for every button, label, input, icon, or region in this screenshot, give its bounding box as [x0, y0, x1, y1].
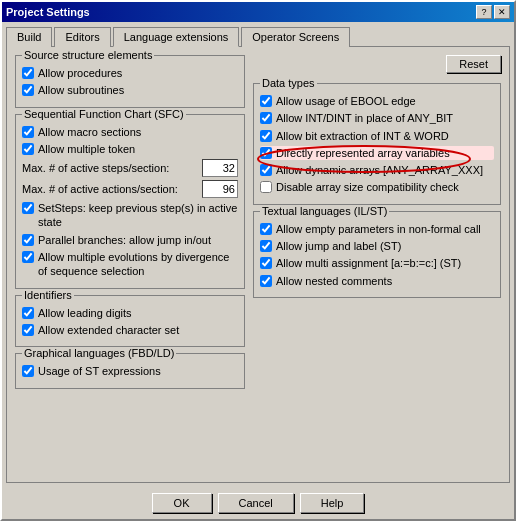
group-identifiers: Identifiers Allow leading digits Allow e…	[15, 295, 245, 348]
checkbox-multiple-evolutions-label: Allow multiple evolutions by divergence …	[38, 250, 238, 279]
field-max-actions-input[interactable]	[202, 180, 238, 198]
checkbox-multi-assignment-input[interactable]	[260, 257, 272, 269]
checkbox-nested-comments: Allow nested comments	[260, 274, 494, 288]
group-source-title: Source structure elements	[22, 49, 154, 61]
tab-editors[interactable]: Editors	[54, 27, 110, 47]
tab-language-extensions[interactable]: Language extensions	[113, 27, 240, 47]
checkbox-multiple-token-label: Allow multiple token	[38, 142, 135, 156]
checkbox-parallel-branches: Parallel branches: allow jump in/out	[22, 233, 238, 247]
tab-operator-screens[interactable]: Operator Screens	[241, 27, 350, 47]
checkbox-multiple-token-input[interactable]	[22, 143, 34, 155]
checkbox-multiple-evolutions: Allow multiple evolutions by divergence …	[22, 250, 238, 279]
checkbox-allow-procedures: Allow procedures	[22, 66, 238, 80]
checkbox-allow-subroutines-label: Allow subroutines	[38, 83, 124, 97]
content-area: Source structure elements Allow procedur…	[15, 55, 501, 474]
checkbox-ebool-edge-label: Allow usage of EBOOL edge	[276, 94, 416, 108]
checkbox-multiple-token: Allow multiple token	[22, 142, 238, 156]
field-max-actions-label: Max. # of active actions/section:	[22, 183, 198, 195]
checkbox-directly-represented-input[interactable]	[260, 147, 272, 159]
group-textual-title: Textual languages (IL/ST)	[260, 205, 389, 217]
field-max-steps: Max. # of active steps/section:	[22, 159, 238, 177]
checkbox-disable-array-size: Disable array size compatibility check	[260, 180, 494, 194]
bottom-button-bar: OK Cancel Help	[2, 487, 514, 519]
group-graphical-title: Graphical languages (FBD/LD)	[22, 347, 176, 359]
checkbox-dynamic-arrays-label: Allow dynamic arrays [ANY_ARRAY_XXX]	[276, 163, 483, 177]
checkbox-disable-array-size-input[interactable]	[260, 181, 272, 193]
checkbox-leading-digits-input[interactable]	[22, 307, 34, 319]
checkbox-setsteps-label: SetSteps: keep previous step(s) in activ…	[38, 201, 238, 230]
checkbox-disable-array-size-label: Disable array size compatibility check	[276, 180, 459, 194]
checkbox-directly-represented-label: Directly represented array variables	[276, 146, 450, 160]
checkbox-macro-sections-label: Allow macro sections	[38, 125, 141, 139]
checkbox-bit-extraction-input[interactable]	[260, 130, 272, 142]
checkbox-dynamic-arrays: Allow dynamic arrays [ANY_ARRAY_XXX]	[260, 163, 494, 177]
checkbox-dynamic-arrays-input[interactable]	[260, 164, 272, 176]
right-column: Reset Data types Allow usage of EBOOL ed…	[253, 55, 501, 474]
checkbox-bit-extraction: Allow bit extraction of INT & WORD	[260, 129, 494, 143]
checkbox-setsteps: SetSteps: keep previous step(s) in activ…	[22, 201, 238, 230]
group-data-types: Data types Allow usage of EBOOL edge All…	[253, 83, 501, 205]
checkbox-allow-procedures-label: Allow procedures	[38, 66, 122, 80]
checkbox-allow-subroutines: Allow subroutines	[22, 83, 238, 97]
group-graphical: Graphical languages (FBD/LD) Usage of ST…	[15, 353, 245, 388]
checkbox-leading-digits-label: Allow leading digits	[38, 306, 132, 320]
tab-build[interactable]: Build	[6, 27, 52, 47]
field-max-steps-label: Max. # of active steps/section:	[22, 162, 198, 174]
checkbox-multi-assignment: Allow multi assignment [a:=b:=c:] (ST)	[260, 256, 494, 270]
checkbox-parallel-branches-label: Parallel branches: allow jump in/out	[38, 233, 211, 247]
checkbox-nested-comments-label: Allow nested comments	[276, 274, 392, 288]
group-source-structure: Source structure elements Allow procedur…	[15, 55, 245, 108]
checkbox-st-expressions-input[interactable]	[22, 365, 34, 377]
checkbox-empty-params-label: Allow empty parameters in non-formal cal…	[276, 222, 481, 236]
title-bar-buttons: ? ✕	[476, 5, 510, 19]
checkbox-macro-sections-input[interactable]	[22, 126, 34, 138]
checkbox-nested-comments-input[interactable]	[260, 275, 272, 287]
group-sfc-title: Sequential Function Chart (SFC)	[22, 108, 186, 120]
checkbox-allow-subroutines-input[interactable]	[22, 84, 34, 96]
tab-bar: Build Editors Language extensions Operat…	[2, 22, 514, 46]
group-data-types-title: Data types	[260, 77, 317, 89]
checkbox-parallel-branches-input[interactable]	[22, 234, 34, 246]
checkbox-jump-label: Allow jump and label (ST)	[260, 239, 494, 253]
checkbox-bit-extraction-label: Allow bit extraction of INT & WORD	[276, 129, 449, 143]
checkbox-extended-charset-label: Allow extended character set	[38, 323, 179, 337]
checkbox-extended-charset: Allow extended character set	[22, 323, 238, 337]
right-col-top: Reset	[253, 55, 501, 77]
checkbox-empty-params: Allow empty parameters in non-formal cal…	[260, 222, 494, 236]
group-textual: Textual languages (IL/ST) Allow empty pa…	[253, 211, 501, 298]
help-title-btn[interactable]: ?	[476, 5, 492, 19]
checkbox-extended-charset-input[interactable]	[22, 324, 34, 336]
checkbox-st-expressions-label: Usage of ST expressions	[38, 364, 161, 378]
field-max-actions: Max. # of active actions/section:	[22, 180, 238, 198]
title-bar: Project Settings ? ✕	[2, 2, 514, 22]
checkbox-multi-assignment-label: Allow multi assignment [a:=b:=c:] (ST)	[276, 256, 461, 270]
ok-button[interactable]: OK	[152, 493, 212, 513]
project-settings-window: Project Settings ? ✕ Build Editors Langu…	[0, 0, 516, 521]
reset-button[interactable]: Reset	[446, 55, 501, 73]
group-sfc: Sequential Function Chart (SFC) Allow ma…	[15, 114, 245, 289]
checkbox-int-dint: Allow INT/DINT in place of ANY_BIT	[260, 111, 494, 125]
window-title: Project Settings	[6, 6, 90, 18]
close-title-btn[interactable]: ✕	[494, 5, 510, 19]
field-max-steps-input[interactable]	[202, 159, 238, 177]
tab-content-language-extensions: Source structure elements Allow procedur…	[6, 46, 510, 483]
checkbox-allow-procedures-input[interactable]	[22, 67, 34, 79]
checkbox-jump-label-label: Allow jump and label (ST)	[276, 239, 401, 253]
checkbox-directly-represented: Directly represented array variables	[260, 146, 494, 160]
checkbox-multiple-evolutions-input[interactable]	[22, 251, 34, 263]
checkbox-setsteps-input[interactable]	[22, 202, 34, 214]
checkbox-jump-label-input[interactable]	[260, 240, 272, 252]
left-column: Source structure elements Allow procedur…	[15, 55, 245, 474]
cancel-button[interactable]: Cancel	[218, 493, 294, 513]
checkbox-int-dint-label: Allow INT/DINT in place of ANY_BIT	[276, 111, 453, 125]
checkbox-int-dint-input[interactable]	[260, 112, 272, 124]
checkbox-ebool-edge: Allow usage of EBOOL edge	[260, 94, 494, 108]
group-identifiers-title: Identifiers	[22, 289, 74, 301]
checkbox-macro-sections: Allow macro sections	[22, 125, 238, 139]
help-button[interactable]: Help	[300, 493, 365, 513]
checkbox-ebool-edge-input[interactable]	[260, 95, 272, 107]
checkbox-empty-params-input[interactable]	[260, 223, 272, 235]
checkbox-st-expressions: Usage of ST expressions	[22, 364, 238, 378]
checkbox-leading-digits: Allow leading digits	[22, 306, 238, 320]
